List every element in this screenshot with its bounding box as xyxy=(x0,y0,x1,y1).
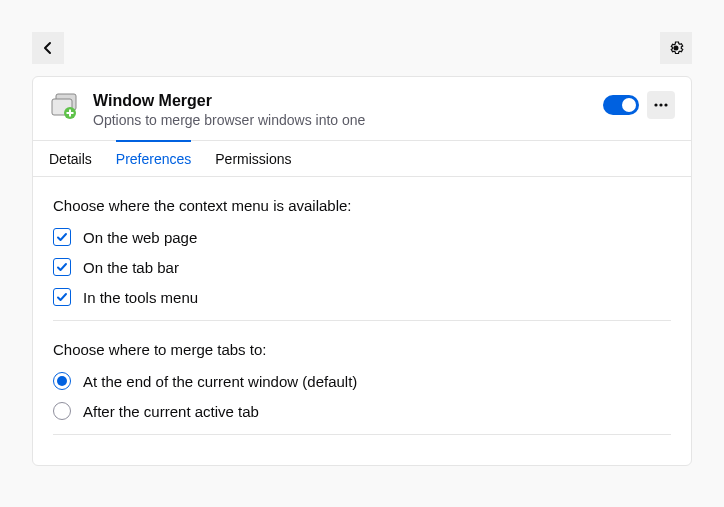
tab-permissions[interactable]: Permissions xyxy=(215,140,291,176)
check-icon xyxy=(56,291,68,303)
svg-point-5 xyxy=(654,103,657,106)
svg-point-6 xyxy=(659,103,662,106)
label-web-page: On the web page xyxy=(83,229,197,246)
merge-heading: Choose where to merge tabs to: xyxy=(53,341,671,358)
checkbox-web-page[interactable] xyxy=(53,228,71,246)
enable-toggle[interactable] xyxy=(603,95,639,115)
extension-name: Window Merger xyxy=(93,91,591,110)
gear-icon xyxy=(668,40,684,56)
label-end-window: At the end of the current window (defaul… xyxy=(83,373,357,390)
label-after-active: After the current active tab xyxy=(83,403,259,420)
option-end-window: At the end of the current window (defaul… xyxy=(53,372,671,390)
card-header: Window Merger Options to merge browser w… xyxy=(33,77,691,140)
toolbar xyxy=(0,0,724,76)
option-tab-bar: On the tab bar xyxy=(53,258,671,276)
chevron-left-icon xyxy=(40,40,56,56)
radio-end-window[interactable] xyxy=(53,372,71,390)
more-icon xyxy=(653,103,669,107)
divider xyxy=(53,320,671,321)
divider xyxy=(53,434,671,435)
label-tab-bar: On the tab bar xyxy=(83,259,179,276)
header-controls xyxy=(603,91,675,119)
check-icon xyxy=(56,231,68,243)
radio-after-active[interactable] xyxy=(53,402,71,420)
extension-card: Window Merger Options to merge browser w… xyxy=(32,76,692,466)
checkbox-tab-bar[interactable] xyxy=(53,258,71,276)
context-menu-heading: Choose where the context menu is availab… xyxy=(53,197,671,214)
option-tools-menu: In the tools menu xyxy=(53,288,671,306)
check-icon xyxy=(56,261,68,273)
label-tools-menu: In the tools menu xyxy=(83,289,198,306)
extension-description: Options to merge browser windows into on… xyxy=(93,112,591,128)
tab-preferences[interactable]: Preferences xyxy=(116,140,191,176)
extension-icon xyxy=(49,91,81,123)
settings-button[interactable] xyxy=(660,32,692,64)
preferences-content: Choose where the context menu is availab… xyxy=(33,177,691,465)
back-button[interactable] xyxy=(32,32,64,64)
option-after-active: After the current active tab xyxy=(53,402,671,420)
title-block: Window Merger Options to merge browser w… xyxy=(93,91,591,128)
svg-rect-4 xyxy=(67,112,74,114)
svg-point-7 xyxy=(664,103,667,106)
tabs: Details Preferences Permissions xyxy=(33,140,691,177)
option-web-page: On the web page xyxy=(53,228,671,246)
tab-details[interactable]: Details xyxy=(49,140,92,176)
checkbox-tools-menu[interactable] xyxy=(53,288,71,306)
more-button[interactable] xyxy=(647,91,675,119)
